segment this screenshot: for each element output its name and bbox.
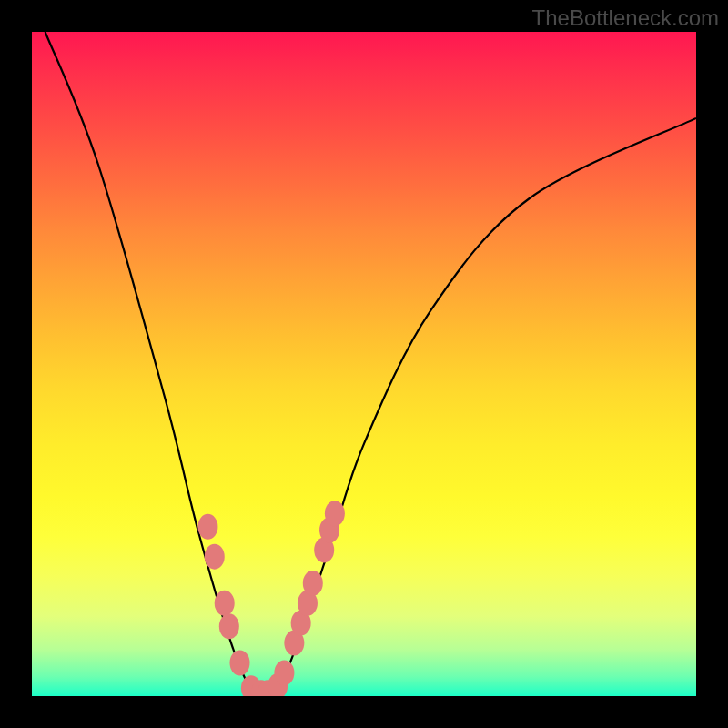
watermark-text: TheBottleneck.com — [532, 5, 719, 31]
marker-dot — [219, 613, 239, 639]
marker-dot — [197, 514, 217, 540]
chart-svg — [32, 32, 696, 696]
markers-group — [197, 500, 344, 696]
marker-dot — [303, 571, 323, 596]
marker-dot — [325, 500, 345, 526]
plot-area — [32, 32, 696, 696]
marker-dot — [205, 544, 225, 570]
marker-dot — [215, 591, 235, 616]
marker-dot — [274, 660, 294, 685]
marker-dot — [229, 651, 249, 676]
curve-line — [46, 32, 696, 696]
